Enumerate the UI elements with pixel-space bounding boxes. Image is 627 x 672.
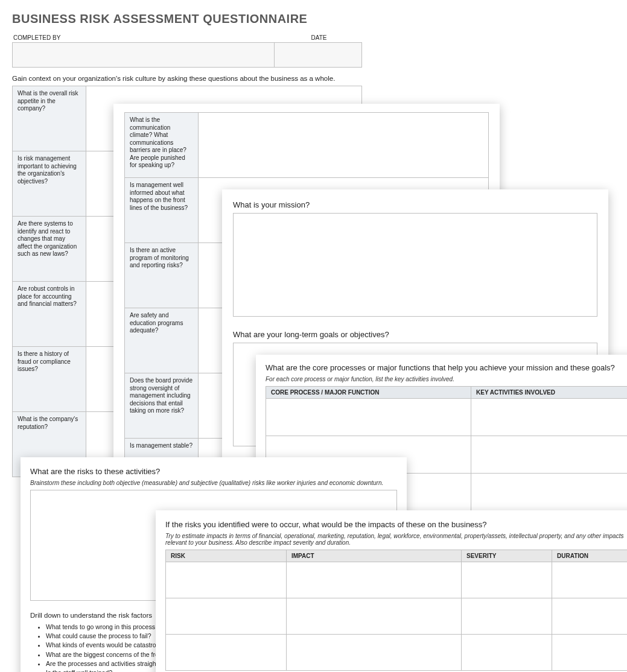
imp-cell[interactable] (462, 562, 552, 598)
imp-cell[interactable] (552, 562, 628, 598)
q2-1: What is the communication climate? What … (125, 113, 199, 178)
date-label: DATE (275, 34, 362, 41)
core-header-1: CORE PROCESS / MAJOR FUNCTION (266, 387, 471, 399)
q1-4: Are robust controls in place for account… (13, 282, 86, 347)
core-row[interactable] (266, 399, 471, 436)
imp-cell[interactable] (552, 635, 628, 671)
imp-cell[interactable] (287, 598, 462, 635)
core-header-2: KEY ACTIVITIES INVOLVED (471, 387, 628, 399)
q2-5: Does the board provide strong oversight … (125, 373, 199, 439)
imp-h-duration: DURATION (552, 550, 628, 562)
imp-h-risk: RISK (166, 550, 287, 562)
imp-cell[interactable] (287, 635, 462, 671)
imp-cell[interactable] (552, 598, 628, 635)
q2-3: Is there an active program of monitoring… (125, 243, 199, 308)
risks-subtitle: Brainstorm these including both objectiv… (30, 480, 397, 486)
goals-question: What are your long-term goals or objecti… (233, 330, 597, 339)
completed-by-input[interactable] (12, 42, 275, 68)
impacts-subtitle: Try to estimate impacts in terms of fina… (165, 533, 627, 546)
date-input[interactable] (275, 42, 362, 68)
core-row[interactable] (471, 474, 628, 511)
page-title: BUSINESS RISK ASSESSMENT QUESTIONNAIRE (12, 12, 362, 26)
imp-cell[interactable] (166, 562, 287, 598)
risks-question: What are the risks to these activities? (30, 467, 397, 476)
mission-input[interactable] (233, 213, 597, 317)
imp-cell[interactable] (462, 635, 552, 671)
q1-5: Is there a history of fraud or complianc… (13, 347, 86, 412)
imp-cell[interactable] (287, 562, 462, 598)
core-question: What are the core processes or major fun… (266, 363, 627, 372)
q1-3: Are there systems to identify and react … (13, 217, 86, 282)
impacts-question: If the risks you identified were to occu… (165, 520, 627, 529)
q2-1-answer[interactable] (199, 113, 489, 178)
mission-question: What is your mission? (233, 200, 597, 209)
q1-1: What is the overall risk appetite in the… (13, 86, 86, 151)
imp-cell[interactable] (462, 598, 552, 635)
impacts-table: RISK IMPACT SEVERITY DURATION (165, 550, 627, 671)
core-subtitle: For each core process or major function,… (266, 376, 627, 382)
page-impacts: If the risks you identified were to occu… (156, 510, 627, 672)
header-fields: COMPLETED BY DATE (12, 34, 362, 68)
imp-cell[interactable] (166, 635, 287, 671)
completed-by-label: COMPLETED BY (12, 34, 275, 41)
core-row[interactable] (471, 399, 628, 436)
q1-2: Is risk management important to achievin… (13, 151, 86, 217)
q2-2: Is management well informed about what h… (125, 178, 199, 243)
core-row[interactable] (471, 436, 628, 474)
imp-cell[interactable] (166, 598, 287, 635)
q2-4: Are safety and education programs adequa… (125, 308, 199, 373)
context-instruction: Gain context on your organization's risk… (12, 75, 362, 82)
imp-h-severity: SEVERITY (462, 550, 552, 562)
imp-h-impact: IMPACT (287, 550, 462, 562)
